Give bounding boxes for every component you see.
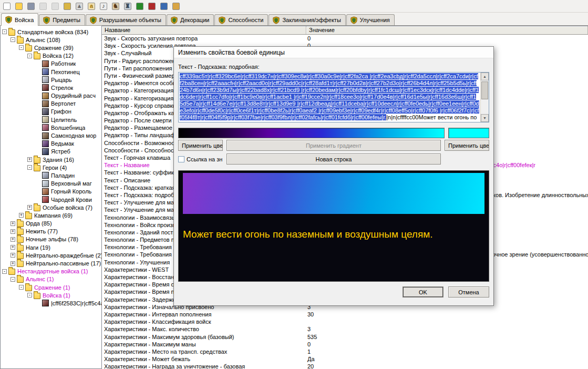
- property-row[interactable]: Характеристики - Место на трансп. средст…: [102, 348, 588, 355]
- tree-item[interactable]: + Орда (85): [1, 220, 101, 228]
- apply-gradient-button[interactable]: Применить градиент: [226, 140, 441, 151]
- tree-expander-icon[interactable]: -: [11, 277, 15, 282]
- tab-destructibles[interactable]: Разрушаемые объекты: [86, 14, 166, 25]
- apply-color-left-button[interactable]: Применить цвет: [178, 140, 223, 151]
- tree-item[interactable]: + Здания (16): [1, 156, 101, 163]
- tab-troops[interactable]: Войска: [1, 13, 38, 26]
- tree-expander-icon[interactable]: +: [27, 157, 32, 162]
- gradient-preview[interactable]: [178, 128, 445, 138]
- tree-item[interactable]: |cff6f2583C|r|cff5c4a92т|r|cff4a6a9eр|r: [1, 299, 101, 307]
- tree-item[interactable]: - Сражение (39): [1, 44, 101, 52]
- dialog-title[interactable]: Изменить свойства боевой единицы: [174, 47, 493, 58]
- tree-expander-icon[interactable]: -: [2, 29, 7, 34]
- ok-button[interactable]: OK: [403, 286, 443, 298]
- apply-color-right-button[interactable]: Применить цвет: [445, 140, 489, 151]
- unit-editor-icon[interactable]: ♞: [110, 1, 121, 12]
- tree-expander-icon[interactable]: +: [27, 205, 32, 210]
- tree-item[interactable]: + Наги (19): [1, 243, 101, 251]
- tree-item[interactable]: - Стандартные войска (834): [1, 28, 101, 36]
- tree-expander-icon[interactable]: -: [19, 45, 24, 50]
- tab-upgrades[interactable]: Улучшения: [346, 14, 395, 25]
- column-header-name[interactable]: Название: [102, 26, 306, 34]
- property-row[interactable]: Звук - Скорость затухания повтора 0: [102, 35, 588, 42]
- new-line-button[interactable]: Новая строка: [226, 153, 441, 165]
- tree-item[interactable]: - Войска (1): [1, 291, 101, 299]
- property-row[interactable]: Характеристики - Награда за уничтожение …: [102, 363, 588, 369]
- tree-expander-icon[interactable]: +: [11, 245, 15, 250]
- color-swatch[interactable]: [448, 128, 489, 138]
- tree-item[interactable]: + Ночные эльфы (78): [1, 235, 101, 243]
- tree-expander-icon[interactable]: +: [11, 261, 15, 266]
- tree-item[interactable]: - Нестандартные войска (1): [1, 268, 101, 275]
- tree-item[interactable]: Стрелок: [1, 84, 101, 91]
- property-row[interactable]: Характеристики - Может бежать Да: [102, 355, 588, 363]
- save-icon[interactable]: [26, 1, 36, 12]
- property-row[interactable]: Характеристики - Максимум здоровья (базо…: [102, 333, 588, 341]
- tree-item[interactable]: Ведьмак: [1, 140, 101, 148]
- tab-doodads[interactable]: Декорации: [167, 14, 214, 25]
- tree-item[interactable]: Целитель: [1, 116, 101, 124]
- tree-expander-icon[interactable]: -: [11, 37, 15, 42]
- cancel-button[interactable]: Отмена: [448, 286, 489, 298]
- tree-item[interactable]: Чародей Крови: [1, 196, 101, 203]
- new-file-icon[interactable]: [2, 1, 12, 12]
- text-strings-icon[interactable]: a: [86, 1, 97, 12]
- tree-item[interactable]: Верховный маг: [1, 180, 101, 188]
- tree-item[interactable]: + Нежить (77): [1, 228, 101, 235]
- link-value-checkbox[interactable]: Ссылка на зн: [178, 156, 223, 162]
- tree-expander-icon[interactable]: +: [11, 237, 15, 242]
- tab-items[interactable]: Предметы: [39, 14, 85, 25]
- tree-item[interactable]: Работник: [1, 60, 101, 68]
- column-icon[interactable]: [62, 1, 73, 12]
- column-header-value[interactable]: Значение: [306, 26, 588, 34]
- tree-item[interactable]: Горный Король: [1, 188, 101, 196]
- sound-icon[interactable]: ♪: [98, 1, 109, 12]
- tree-item[interactable]: Рыцарь: [1, 76, 101, 84]
- tree-expander-icon[interactable]: -: [19, 285, 24, 290]
- tree-expander-icon[interactable]: +: [11, 221, 15, 226]
- trigger-editor-icon[interactable]: [135, 1, 145, 12]
- property-row[interactable]: Характеристики - Классификация войск: [102, 318, 588, 325]
- tree-item[interactable]: - Альянс (108): [1, 36, 101, 44]
- tree-item[interactable]: Орудийный расч: [1, 92, 101, 100]
- tree-item[interactable]: Пехотинец: [1, 68, 101, 76]
- tree-expander-icon[interactable]: +: [11, 229, 15, 234]
- copy-object-icon[interactable]: [38, 1, 48, 12]
- tree-item[interactable]: + Особые войска (7): [1, 203, 101, 211]
- tree-item[interactable]: + Нейтрально-враждебные (2): [1, 251, 101, 259]
- tree-item[interactable]: Ястреб: [1, 148, 101, 156]
- script-editor-icon[interactable]: [147, 1, 157, 12]
- tree-item[interactable]: - Альянс (1): [1, 275, 101, 283]
- tree-item[interactable]: - Войска (12): [1, 52, 101, 60]
- import-manager-icon[interactable]: [159, 1, 169, 12]
- object-manager-icon[interactable]: [171, 1, 181, 12]
- paste-object-icon[interactable]: [50, 1, 60, 12]
- tree-item[interactable]: Паладин: [1, 171, 101, 179]
- scroll-down-icon[interactable]: ▼: [481, 114, 489, 122]
- tree-item[interactable]: - Сражение (1): [1, 283, 101, 291]
- tree-expander-icon[interactable]: -: [27, 165, 32, 170]
- tree-expander-icon[interactable]: +: [11, 253, 15, 258]
- tree-item[interactable]: Волшебница: [1, 124, 101, 131]
- scroll-thumb[interactable]: [481, 81, 488, 99]
- tree-item[interactable]: - Герои (4): [1, 163, 101, 171]
- tree-item[interactable]: Самоходная мор: [1, 131, 101, 139]
- tree-item[interactable]: + Кампания (69): [1, 211, 101, 219]
- doodad-editor-icon[interactable]: ♜: [122, 1, 133, 12]
- open-folder-icon[interactable]: [14, 1, 24, 12]
- property-row[interactable]: Характеристики - Макс. количество 3: [102, 325, 588, 333]
- tree-expander-icon[interactable]: +: [19, 213, 24, 218]
- property-row[interactable]: Характеристики - Интервал пополнения 30: [102, 311, 588, 318]
- tree-item[interactable]: Вертолет: [1, 100, 101, 108]
- tree-expander-icon[interactable]: -: [27, 293, 32, 298]
- tree-item[interactable]: Грифон: [1, 108, 101, 116]
- checkbox-icon[interactable]: [178, 156, 184, 162]
- tab-buffs[interactable]: Заклинания/эффекты: [269, 14, 345, 25]
- scroll-up-icon[interactable]: ▲: [481, 73, 489, 80]
- terrain-icon[interactable]: ▲: [74, 1, 85, 12]
- tree-expander-icon[interactable]: -: [27, 54, 32, 58]
- tooltip-textarea[interactable]: cff339ac5т|r|cff329bc6е|r|cff319dc7н|r|c…: [178, 72, 489, 122]
- textarea-scrollbar[interactable]: ▲ ▼: [480, 73, 489, 122]
- tree-item[interactable]: + Нейтрально-пассивные (17): [1, 259, 101, 267]
- property-row[interactable]: Характеристики - Максимум маны 0: [102, 341, 588, 348]
